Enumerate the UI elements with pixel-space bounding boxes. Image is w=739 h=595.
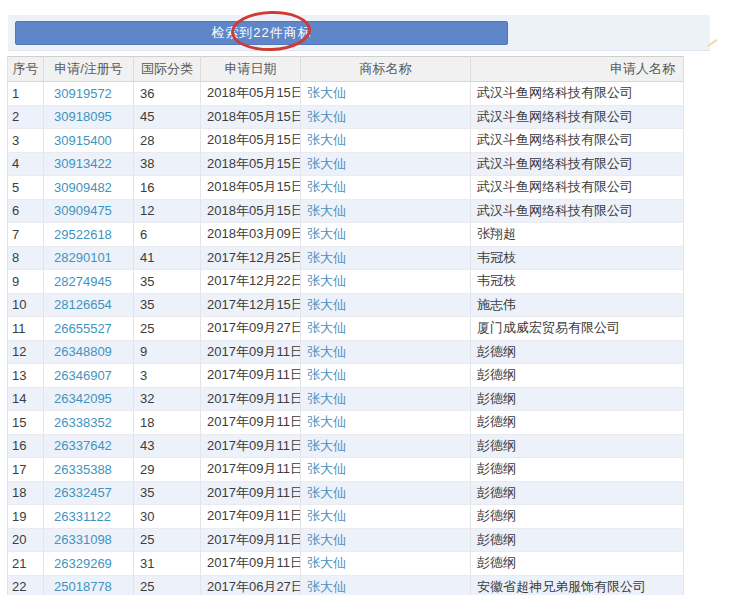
table-row: 1926331122302017年09月11日张大仙彭德纲 bbox=[8, 505, 684, 529]
trademark-name-link[interactable]: 张大仙 bbox=[307, 555, 346, 570]
cell-app_no: 26348809 bbox=[44, 340, 134, 364]
column-header-intl_class: 国际分类 bbox=[134, 57, 201, 82]
cell-app_date: 2018年05月15日 bbox=[201, 82, 301, 106]
trademark-name-link[interactable]: 张大仙 bbox=[307, 485, 346, 500]
trademark-name-link[interactable]: 张大仙 bbox=[307, 508, 346, 523]
trademark-name-link[interactable]: 张大仙 bbox=[307, 438, 346, 453]
trademark-name-link[interactable]: 张大仙 bbox=[307, 320, 346, 335]
cell-app_date: 2017年09月11日 bbox=[201, 434, 301, 458]
application-number-link[interactable]: 28290101 bbox=[54, 250, 112, 265]
cell-app_date: 2018年05月15日 bbox=[201, 129, 301, 153]
cell-app_date: 2017年09月11日 bbox=[201, 528, 301, 552]
cell-tm_name: 张大仙 bbox=[301, 82, 471, 106]
trademark-name-link[interactable]: 张大仙 bbox=[307, 367, 346, 382]
trademark-name-link[interactable]: 张大仙 bbox=[307, 273, 346, 288]
trademark-name-link[interactable]: 张大仙 bbox=[307, 579, 346, 594]
application-number-link[interactable]: 26346907 bbox=[54, 368, 112, 383]
cell-app_date: 2017年06月27日 bbox=[201, 575, 301, 595]
cell-app_no: 26332457 bbox=[44, 481, 134, 505]
cell-intl_class: 29 bbox=[134, 458, 201, 482]
table-row: 2026331098252017年09月11日张大仙彭德纲 bbox=[8, 528, 684, 552]
application-number-link[interactable]: 30919572 bbox=[54, 86, 112, 101]
cell-app_no: 26342095 bbox=[44, 387, 134, 411]
cell-tm_name: 张大仙 bbox=[301, 152, 471, 176]
cell-app_date: 2017年09月11日 bbox=[201, 552, 301, 576]
cell-app_no: 26335388 bbox=[44, 458, 134, 482]
application-number-link[interactable]: 30909482 bbox=[54, 180, 112, 195]
cell-tm_name: 张大仙 bbox=[301, 411, 471, 435]
cell-intl_class: 18 bbox=[134, 411, 201, 435]
application-number-link[interactable]: 30918095 bbox=[54, 109, 112, 124]
result-count-button[interactable]: 检索到22件商标 bbox=[15, 21, 508, 45]
trademark-name-link[interactable]: 张大仙 bbox=[307, 179, 346, 194]
table-row: 72952261862018年03月09日张大仙张翔超 bbox=[8, 223, 684, 247]
cell-applicant: 彭德纲 bbox=[471, 340, 684, 364]
trademark-name-link[interactable]: 张大仙 bbox=[307, 461, 346, 476]
application-number-link[interactable]: 28274945 bbox=[54, 274, 112, 289]
application-number-link[interactable]: 26337642 bbox=[54, 438, 112, 453]
trademark-name-link[interactable]: 张大仙 bbox=[307, 532, 346, 547]
application-number-link[interactable]: 30915400 bbox=[54, 133, 112, 148]
cell-applicant: 武汉斗鱼网络科技有限公司 bbox=[471, 105, 684, 129]
trademark-name-link[interactable]: 张大仙 bbox=[307, 203, 346, 218]
cell-app_no: 29522618 bbox=[44, 223, 134, 247]
cell-app_no: 26655527 bbox=[44, 317, 134, 341]
trademark-name-link[interactable]: 张大仙 bbox=[307, 250, 346, 265]
cell-intl_class: 32 bbox=[134, 387, 201, 411]
trademark-name-link[interactable]: 张大仙 bbox=[307, 226, 346, 241]
cell-applicant: 彭德纲 bbox=[471, 505, 684, 529]
table-row: 1126655527252017年09月27日张大仙厦门成威宏贸易有限公司 bbox=[8, 317, 684, 341]
cell-tm_name: 张大仙 bbox=[301, 552, 471, 576]
cell-index: 14 bbox=[8, 387, 44, 411]
application-number-link[interactable]: 28126654 bbox=[54, 297, 112, 312]
table-row: 1526338352182017年09月11日张大仙彭德纲 bbox=[8, 411, 684, 435]
cell-index: 7 bbox=[8, 223, 44, 247]
application-number-link[interactable]: 30909475 bbox=[54, 203, 112, 218]
table-row: 1826332457352017年09月11日张大仙彭德纲 bbox=[8, 481, 684, 505]
cell-index: 4 bbox=[8, 152, 44, 176]
trademark-name-link[interactable]: 张大仙 bbox=[307, 132, 346, 147]
trademark-name-link[interactable]: 张大仙 bbox=[307, 85, 346, 100]
cell-tm_name: 张大仙 bbox=[301, 575, 471, 595]
trademark-name-link[interactable]: 张大仙 bbox=[307, 156, 346, 171]
cell-applicant: 彭德纲 bbox=[471, 481, 684, 505]
trademark-name-link[interactable]: 张大仙 bbox=[307, 344, 346, 359]
cell-index: 22 bbox=[8, 575, 44, 595]
application-number-link[interactable]: 26348809 bbox=[54, 344, 112, 359]
application-number-link[interactable]: 26338352 bbox=[54, 415, 112, 430]
table-row: 330915400282018年05月15日张大仙武汉斗鱼网络科技有限公司 bbox=[8, 129, 684, 153]
application-number-link[interactable]: 26655527 bbox=[54, 321, 112, 336]
cell-index: 21 bbox=[8, 552, 44, 576]
cell-applicant: 彭德纲 bbox=[471, 387, 684, 411]
result-banner-strip: 检索到22件商标 bbox=[8, 15, 710, 51]
table-row: 430913422382018年05月15日张大仙武汉斗鱼网络科技有限公司 bbox=[8, 152, 684, 176]
application-number-link[interactable]: 26331098 bbox=[54, 532, 112, 547]
cell-intl_class: 25 bbox=[134, 317, 201, 341]
application-number-link[interactable]: 25018778 bbox=[54, 579, 112, 594]
trademark-name-link[interactable]: 张大仙 bbox=[307, 414, 346, 429]
cell-index: 19 bbox=[8, 505, 44, 529]
application-number-link[interactable]: 30913422 bbox=[54, 156, 112, 171]
trademark-name-link[interactable]: 张大仙 bbox=[307, 391, 346, 406]
application-number-link[interactable]: 26332457 bbox=[54, 485, 112, 500]
cell-app_no: 26331122 bbox=[44, 505, 134, 529]
cell-intl_class: 36 bbox=[134, 82, 201, 106]
trademark-name-link[interactable]: 张大仙 bbox=[307, 297, 346, 312]
trademark-name-link[interactable]: 张大仙 bbox=[307, 109, 346, 124]
table-row: 122634880992017年09月11日张大仙彭德纲 bbox=[8, 340, 684, 364]
table-row: 630909475122018年05月15日张大仙武汉斗鱼网络科技有限公司 bbox=[8, 199, 684, 223]
application-number-link[interactable]: 29522618 bbox=[54, 227, 112, 242]
application-number-link[interactable]: 26331122 bbox=[54, 509, 111, 524]
cell-tm_name: 张大仙 bbox=[301, 434, 471, 458]
cell-tm_name: 张大仙 bbox=[301, 129, 471, 153]
cell-applicant: 彭德纲 bbox=[471, 528, 684, 552]
application-number-link[interactable]: 26329269 bbox=[54, 556, 112, 571]
cell-applicant: 彭德纲 bbox=[471, 411, 684, 435]
cell-tm_name: 张大仙 bbox=[301, 387, 471, 411]
cell-app_date: 2017年12月22日 bbox=[201, 270, 301, 294]
application-number-link[interactable]: 26335388 bbox=[54, 462, 112, 477]
table-row: 1626337642432017年09月11日张大仙彭德纲 bbox=[8, 434, 684, 458]
cell-app_no: 26346907 bbox=[44, 364, 134, 388]
cell-tm_name: 张大仙 bbox=[301, 458, 471, 482]
application-number-link[interactable]: 26342095 bbox=[54, 391, 112, 406]
